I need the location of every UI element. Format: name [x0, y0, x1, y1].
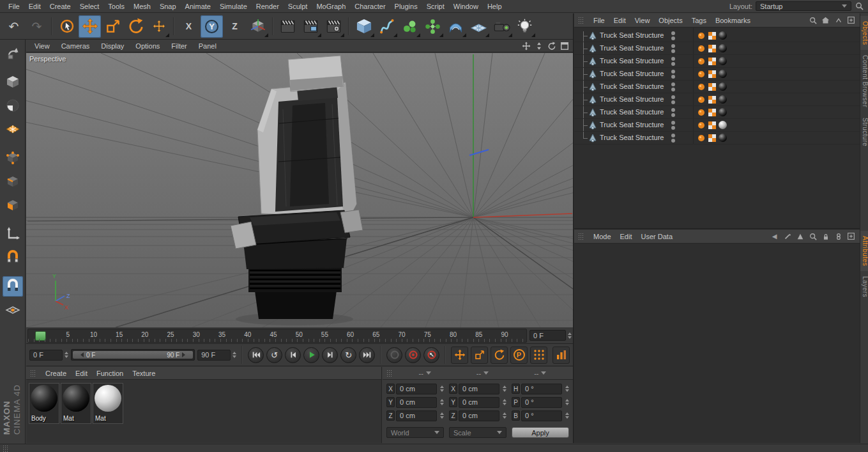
drag-handle-icon[interactable] [30, 370, 36, 377]
frame-spinner[interactable] [568, 331, 572, 341]
move-tool-button[interactable] [79, 15, 101, 38]
next-key-button[interactable]: ↻ [340, 347, 356, 363]
drag-handle-icon[interactable] [578, 233, 584, 240]
link-icon[interactable] [834, 231, 843, 241]
menu-item[interactable]: Script [422, 1, 449, 12]
next-frame-button[interactable] [322, 347, 338, 363]
texture-tag-icon[interactable] [708, 44, 717, 53]
menu-item[interactable]: Animate [181, 1, 215, 12]
menu-item[interactable]: Window [449, 1, 483, 12]
menu-item[interactable]: Mesh [129, 1, 155, 12]
material-menu-item[interactable]: Create [41, 368, 71, 378]
edges-mode-button[interactable] [3, 171, 23, 192]
material-tag-icon[interactable] [719, 57, 727, 66]
record-scale-toggle[interactable] [471, 347, 488, 364]
menu-item[interactable]: File [4, 1, 24, 12]
coordinate-input[interactable]: 0 cm [396, 384, 437, 394]
joint-object-icon[interactable] [588, 57, 597, 66]
3d-scene[interactable]: Y Z X [26, 53, 573, 327]
material-tag-icon[interactable] [719, 134, 727, 143]
workplane-snap-button[interactable] [3, 300, 23, 320]
coordinate-input[interactable]: 0 cm [396, 410, 437, 421]
material-tag-icon[interactable] [719, 31, 727, 40]
panel-tab[interactable]: Layers [860, 271, 868, 302]
maximize-view-icon[interactable] [559, 41, 570, 51]
last-tool-button[interactable] [148, 15, 170, 38]
joint-object-icon[interactable] [588, 44, 597, 53]
visibility-toggles[interactable] [671, 95, 675, 104]
snap-magnet-button[interactable] [3, 247, 23, 268]
coordinate-input[interactable]: 0 cm [459, 410, 499, 421]
viewport-3d[interactable]: Y Z X Perspective [26, 53, 573, 327]
x-axis-button[interactable]: X [178, 15, 200, 38]
goto-start-button[interactable] [248, 347, 264, 363]
phong-tag-icon[interactable] [697, 108, 706, 117]
coordinate-spinner[interactable] [440, 397, 444, 407]
viewport-menu-item[interactable]: Display [95, 41, 130, 51]
material-menu-item[interactable]: Function [92, 368, 128, 378]
coordinate-input[interactable]: 0 ° [521, 384, 562, 394]
live-selection-button[interactable] [56, 15, 78, 38]
y-axis-button[interactable]: Y [201, 15, 223, 38]
add-cube-button[interactable] [353, 15, 375, 38]
coordinate-mode-dropdown[interactable]: -- [512, 369, 569, 377]
search-icon[interactable] [854, 1, 864, 12]
deformer-button[interactable] [445, 15, 467, 38]
coordinate-spinner[interactable] [440, 410, 444, 421]
pan-view-icon[interactable] [521, 41, 532, 51]
menu-item[interactable]: Help [483, 1, 506, 12]
material-tile[interactable]: Mat [61, 383, 91, 424]
coordinate-system-button[interactable] [247, 15, 269, 38]
object-row[interactable]: Truck Seat Structure [574, 55, 860, 68]
coordinate-input[interactable]: 0 cm [396, 397, 437, 408]
make-editable-button[interactable] [3, 43, 23, 63]
record-rotation-toggle[interactable] [491, 347, 508, 364]
play-button[interactable] [303, 347, 319, 363]
dolly-view-icon[interactable] [533, 41, 545, 51]
panel-tab[interactable]: Structure [860, 113, 868, 152]
object-manager-menu-item[interactable]: View [630, 15, 655, 26]
texture-tag-icon[interactable] [708, 31, 717, 40]
material-name[interactable]: Body [31, 415, 46, 422]
panel-plus-icon[interactable] [846, 231, 856, 241]
coordinate-mode-dropdown[interactable]: -- [453, 369, 511, 377]
material-name[interactable]: Mat [63, 415, 74, 422]
goto-end-button[interactable] [359, 347, 375, 363]
scale-dropdown[interactable]: Scale [449, 427, 506, 438]
menu-item[interactable]: Plugins [390, 1, 422, 12]
material-tag-icon[interactable] [719, 95, 727, 104]
coordinate-mode-dropdown[interactable]: -- [396, 369, 453, 377]
camera-button[interactable] [491, 15, 513, 38]
texture-tag-icon[interactable] [708, 121, 717, 130]
undo-button[interactable]: ↶ [3, 15, 25, 38]
texture-mode-button[interactable] [3, 95, 23, 116]
lock-icon[interactable] [821, 231, 830, 241]
environment-button[interactable] [468, 15, 490, 38]
axis-mode-button[interactable] [3, 224, 23, 244]
phong-tag-icon[interactable] [697, 31, 706, 40]
record-pla-toggle[interactable] [530, 347, 547, 364]
material-name[interactable]: Mat [95, 415, 106, 422]
joint-object-icon[interactable] [588, 70, 597, 79]
viewport-label[interactable]: Perspective [29, 55, 66, 63]
history-back-icon[interactable]: ◀ [770, 231, 779, 241]
previous-key-button[interactable]: ↺ [266, 347, 282, 363]
joint-object-icon[interactable] [588, 121, 597, 130]
object-row[interactable]: Truck Seat Structure [574, 68, 860, 81]
attribute-menu-item[interactable]: Mode [589, 231, 616, 242]
rotate-view-icon[interactable] [546, 41, 558, 51]
object-manager-menu-item[interactable]: Edit [609, 15, 630, 26]
record-button[interactable] [405, 347, 421, 363]
object-name[interactable]: Truck Seat Structure [600, 95, 664, 103]
frame-ruler[interactable]: 051015202530354045505560657075808590 [27, 329, 527, 343]
apply-button[interactable]: Apply [512, 427, 569, 438]
mograph-button[interactable] [399, 15, 421, 38]
coordinate-spinner[interactable] [503, 384, 506, 394]
menu-item[interactable]: Render [252, 1, 284, 12]
viewport-menu-item[interactable]: Filter [165, 41, 192, 51]
home-icon[interactable] [821, 15, 830, 25]
previous-frame-button[interactable] [285, 347, 301, 363]
render-settings-button[interactable] [323, 15, 345, 38]
visibility-toggles[interactable] [671, 121, 675, 130]
phong-tag-icon[interactable] [697, 82, 706, 91]
